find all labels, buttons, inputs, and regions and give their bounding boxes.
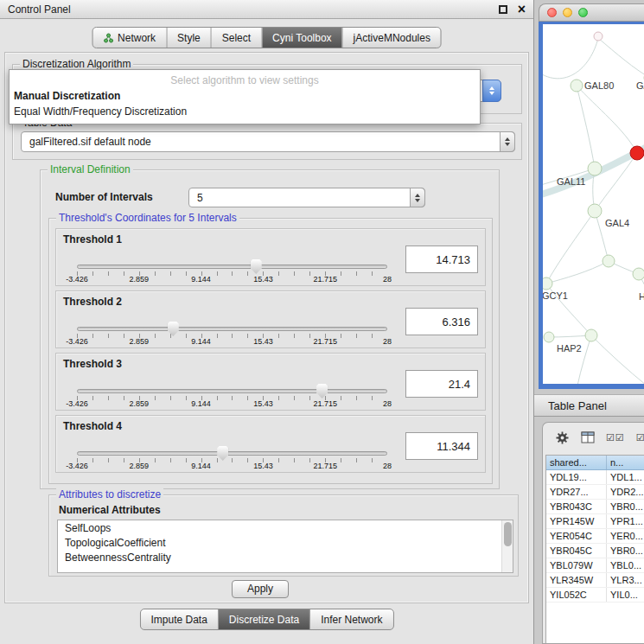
table-cell[interactable]: YIL052C — [546, 588, 607, 602]
table-cell[interactable]: YPR145W — [546, 514, 607, 528]
combobox-value: 5 — [197, 192, 203, 204]
network-edge[interactable] — [591, 335, 644, 384]
scale-label: 21.715 — [313, 275, 337, 284]
slider-track[interactable] — [77, 451, 387, 456]
column-header[interactable]: n... — [607, 456, 644, 469]
network-node[interactable] — [603, 255, 615, 267]
table-cell[interactable]: YDL19... — [546, 470, 607, 484]
table-row[interactable]: YER054CYER0... — [546, 529, 644, 544]
list-item[interactable]: SelfLoops — [58, 521, 513, 536]
close-icon[interactable]: × — [518, 3, 526, 16]
table-cell[interactable]: YBR045C — [546, 544, 607, 558]
close-traffic-light[interactable] — [547, 8, 557, 17]
table-cell[interactable]: YDL1... — [607, 470, 644, 484]
table-row[interactable]: YBR045CYBR0... — [546, 544, 644, 558]
network-node[interactable] — [544, 332, 554, 342]
threshold-label: Threshold 2 — [63, 296, 122, 308]
table-row[interactable]: YDR27...YDR2... — [546, 485, 644, 500]
tab-impute-data[interactable]: Impute Data — [140, 609, 218, 629]
threshold-3-panel: Threshold 3 -3.4262.8599.14415.4321.7152… — [55, 353, 486, 411]
tab-select[interactable]: Select — [212, 28, 262, 48]
tab-label: Cyni Toolbox — [272, 32, 331, 44]
network-node[interactable] — [633, 268, 644, 280]
network-node[interactable] — [630, 146, 644, 160]
slider-track[interactable] — [77, 327, 387, 331]
columns-icon[interactable] — [581, 431, 595, 443]
network-canvas[interactable]: GAL80GAGAL11GAL4HGCY1HAP2 — [543, 24, 644, 384]
threshold-value-field[interactable]: 6.316 — [405, 308, 478, 335]
table-panel-title: Table Panel — [548, 399, 607, 412]
table-cell[interactable]: YER0... — [607, 529, 644, 543]
table-cell[interactable]: YBR0... — [607, 544, 644, 558]
table-cell[interactable]: YDR27... — [546, 485, 607, 499]
network-edge[interactable] — [546, 211, 595, 284]
list-item[interactable]: BetweennessCentrality — [58, 551, 513, 565]
gear-icon[interactable] — [555, 430, 570, 445]
table-row[interactable]: YPR145WYPR1... — [546, 514, 644, 529]
scrollbar-thumb[interactable] — [504, 522, 512, 546]
network-edge[interactable] — [546, 261, 609, 284]
tab-cyni-toolbox[interactable]: Cyni Toolbox — [262, 28, 342, 48]
table-row[interactable]: YIL052CYIL0... — [546, 588, 644, 603]
table-row[interactable]: YLR345WYLR3... — [546, 573, 644, 588]
table-row[interactable]: YDL19...YDL1... — [546, 470, 644, 485]
table-cell[interactable]: YER054C — [546, 529, 607, 543]
network-node[interactable] — [543, 277, 552, 290]
network-node[interactable] — [571, 80, 583, 92]
scale-label: 15.43 — [253, 275, 273, 284]
slider-track[interactable] — [77, 265, 387, 269]
slider-track[interactable] — [77, 389, 387, 393]
table-cell[interactable]: YLR3... — [607, 573, 644, 587]
list-item[interactable]: TopologicalCoefficient — [58, 536, 513, 551]
tab-jactivemnodules[interactable]: jActiveMNodules — [343, 28, 441, 48]
table-cell[interactable]: YIL0... — [607, 588, 644, 602]
table-panel-titlebar[interactable]: Table Panel — [534, 394, 644, 417]
float-window-icon[interactable] — [499, 5, 507, 14]
combobox-arrows-icon[interactable] — [500, 131, 515, 152]
threshold-value-field[interactable]: 21.4 — [405, 370, 478, 398]
network-edge[interactable] — [577, 86, 637, 153]
scale-label: 28 — [383, 275, 392, 284]
combobox-arrows-icon[interactable] — [482, 80, 501, 102]
tab-infer-network[interactable]: Infer Network — [310, 609, 392, 629]
scrollbar[interactable] — [501, 520, 513, 572]
network-edge[interactable] — [598, 38, 644, 78]
network-edge[interactable] — [577, 86, 595, 169]
table-cell[interactable]: YBL0... — [607, 558, 644, 572]
table-row[interactable]: YBL079WYBL0... — [546, 558, 644, 573]
table-cell[interactable]: YPR1... — [607, 514, 644, 528]
combobox-arrows-icon[interactable] — [410, 188, 425, 207]
apply-button[interactable]: Apply — [232, 580, 289, 598]
network-edge[interactable] — [543, 38, 598, 79]
table-data-combobox[interactable]: galFiltered.sif default node — [21, 131, 515, 152]
table-cell[interactable]: YBL079W — [546, 558, 607, 572]
select-rows-icon[interactable]: ☑☑ — [636, 432, 644, 443]
table-cell[interactable]: YBR0... — [607, 500, 644, 513]
threshold-value-field[interactable]: 11.344 — [405, 432, 478, 460]
network-graph: GAL80GAGAL11GAL4HGCY1HAP2 — [543, 24, 644, 384]
panel-title: Control Panel — [8, 3, 499, 16]
number-of-intervals-combobox[interactable]: 5 — [188, 188, 425, 207]
algorithm-option-manual[interactable]: Manual Discretization — [10, 88, 480, 104]
network-node[interactable] — [588, 204, 602, 218]
scale-label: 21.715 — [313, 337, 337, 346]
tab-style[interactable]: Style — [167, 28, 212, 48]
zoom-traffic-light[interactable] — [578, 8, 588, 17]
tab-network[interactable]: Network — [92, 28, 167, 48]
table-row[interactable]: YBR043CYBR0... — [546, 500, 644, 514]
network-node[interactable] — [585, 329, 597, 341]
threshold-value-field[interactable]: 14.713 — [405, 245, 478, 273]
table-cell[interactable]: YBR043C — [546, 500, 607, 513]
column-header[interactable]: shared... — [546, 456, 607, 469]
minimize-traffic-light[interactable] — [563, 8, 572, 17]
algorithm-option-equal-width[interactable]: Equal Width/Frequency Discretization — [10, 104, 480, 119]
tab-discretize-data[interactable]: Discretize Data — [219, 609, 310, 629]
threshold-label: Threshold 3 — [63, 358, 122, 370]
slider-scale: -3.4262.8599.14415.4321.71528 — [77, 275, 387, 284]
network-node[interactable] — [588, 162, 602, 175]
network-node[interactable] — [594, 32, 603, 41]
select-columns-icon[interactable]: ☑☑ — [606, 432, 625, 443]
network-window-titlebar[interactable] — [539, 3, 644, 22]
table-cell[interactable]: YDR2... — [607, 485, 644, 499]
table-cell[interactable]: YLR345W — [546, 573, 607, 587]
